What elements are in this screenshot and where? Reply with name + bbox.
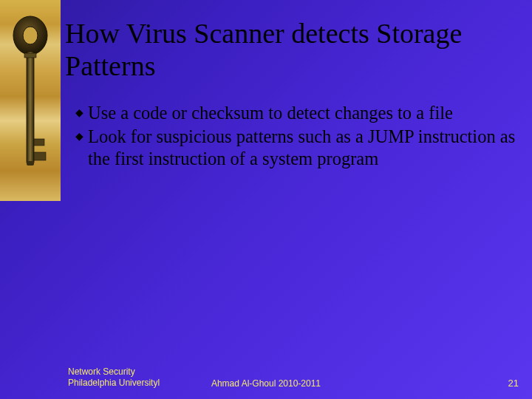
- bullet-item: ◆ Look for suspicious patterns such as a…: [75, 126, 519, 170]
- bullet-text: Use a code or checksum to detect changes…: [88, 102, 519, 124]
- slide-body: ◆ Use a code or checksum to detect chang…: [75, 102, 519, 171]
- bullet-item: ◆ Use a code or checksum to detect chang…: [75, 102, 519, 124]
- bullet-text: Look for suspicious patterns such as a J…: [88, 126, 519, 170]
- slide-title: How Virus Scanner detects Storage Patter…: [65, 18, 517, 82]
- key-icon: [10, 13, 51, 183]
- svg-rect-2: [27, 52, 34, 163]
- diamond-bullet-icon: ◆: [75, 126, 83, 148]
- svg-rect-5: [34, 152, 46, 160]
- svg-rect-3: [24, 53, 36, 58]
- svg-point-1: [23, 27, 38, 44]
- slide: How Virus Scanner detects Storage Patter…: [0, 0, 532, 399]
- svg-rect-6: [27, 161, 34, 166]
- page-number: 21: [508, 378, 519, 389]
- slide-footer: Network Security Philadelphia University…: [0, 359, 532, 389]
- diamond-bullet-icon: ◆: [75, 102, 83, 124]
- key-image-strip: [0, 0, 61, 201]
- svg-rect-4: [34, 139, 44, 146]
- footer-center: Ahmad Al-Ghoul 2010-2011: [0, 378, 532, 389]
- footer-left-line1: Network Security: [68, 366, 160, 378]
